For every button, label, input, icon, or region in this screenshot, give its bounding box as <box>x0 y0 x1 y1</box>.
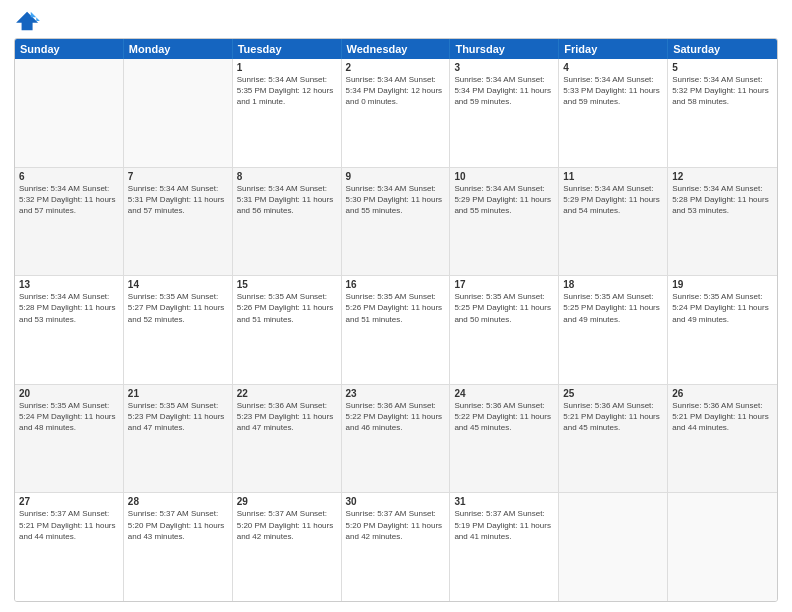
cell-info: Sunrise: 5:34 AM Sunset: 5:28 PM Dayligh… <box>672 183 773 217</box>
cell-date: 12 <box>672 171 773 182</box>
cell-info: Sunrise: 5:36 AM Sunset: 5:22 PM Dayligh… <box>346 400 446 434</box>
cell-info: Sunrise: 5:35 AM Sunset: 5:27 PM Dayligh… <box>128 291 228 325</box>
day-header-saturday: Saturday <box>668 39 777 59</box>
calendar-week-3: 13Sunrise: 5:34 AM Sunset: 5:28 PM Dayli… <box>15 276 777 385</box>
calendar-cell: 21Sunrise: 5:35 AM Sunset: 5:23 PM Dayli… <box>124 385 233 493</box>
svg-marker-0 <box>16 12 38 30</box>
calendar-cell: 11Sunrise: 5:34 AM Sunset: 5:29 PM Dayli… <box>559 168 668 276</box>
cell-date: 11 <box>563 171 663 182</box>
cell-date: 10 <box>454 171 554 182</box>
cell-date: 23 <box>346 388 446 399</box>
page: SundayMondayTuesdayWednesdayThursdayFrid… <box>0 0 792 612</box>
cell-info: Sunrise: 5:36 AM Sunset: 5:22 PM Dayligh… <box>454 400 554 434</box>
cell-date: 16 <box>346 279 446 290</box>
cell-date: 31 <box>454 496 554 507</box>
calendar-week-1: 1Sunrise: 5:34 AM Sunset: 5:35 PM Daylig… <box>15 59 777 168</box>
calendar-cell: 7Sunrise: 5:34 AM Sunset: 5:31 PM Daylig… <box>124 168 233 276</box>
cell-date: 8 <box>237 171 337 182</box>
calendar-cell: 25Sunrise: 5:36 AM Sunset: 5:21 PM Dayli… <box>559 385 668 493</box>
calendar-week-4: 20Sunrise: 5:35 AM Sunset: 5:24 PM Dayli… <box>15 385 777 494</box>
cell-date: 9 <box>346 171 446 182</box>
cell-info: Sunrise: 5:34 AM Sunset: 5:31 PM Dayligh… <box>128 183 228 217</box>
cell-date: 4 <box>563 62 663 73</box>
calendar-cell: 20Sunrise: 5:35 AM Sunset: 5:24 PM Dayli… <box>15 385 124 493</box>
cell-date: 27 <box>19 496 119 507</box>
cell-info: Sunrise: 5:36 AM Sunset: 5:23 PM Dayligh… <box>237 400 337 434</box>
cell-info: Sunrise: 5:37 AM Sunset: 5:20 PM Dayligh… <box>237 508 337 542</box>
cell-date: 7 <box>128 171 228 182</box>
day-header-monday: Monday <box>124 39 233 59</box>
calendar-cell: 1Sunrise: 5:34 AM Sunset: 5:35 PM Daylig… <box>233 59 342 167</box>
cell-date: 30 <box>346 496 446 507</box>
calendar-cell: 8Sunrise: 5:34 AM Sunset: 5:31 PM Daylig… <box>233 168 342 276</box>
cell-info: Sunrise: 5:34 AM Sunset: 5:29 PM Dayligh… <box>563 183 663 217</box>
cell-date: 24 <box>454 388 554 399</box>
cell-info: Sunrise: 5:34 AM Sunset: 5:30 PM Dayligh… <box>346 183 446 217</box>
cell-info: Sunrise: 5:35 AM Sunset: 5:24 PM Dayligh… <box>672 291 773 325</box>
calendar-cell: 13Sunrise: 5:34 AM Sunset: 5:28 PM Dayli… <box>15 276 124 384</box>
cell-info: Sunrise: 5:34 AM Sunset: 5:34 PM Dayligh… <box>454 74 554 108</box>
calendar-cell: 24Sunrise: 5:36 AM Sunset: 5:22 PM Dayli… <box>450 385 559 493</box>
cell-info: Sunrise: 5:34 AM Sunset: 5:35 PM Dayligh… <box>237 74 337 108</box>
calendar-cell: 31Sunrise: 5:37 AM Sunset: 5:19 PM Dayli… <box>450 493 559 601</box>
cell-info: Sunrise: 5:37 AM Sunset: 5:20 PM Dayligh… <box>128 508 228 542</box>
cell-date: 17 <box>454 279 554 290</box>
day-header-wednesday: Wednesday <box>342 39 451 59</box>
calendar-cell: 22Sunrise: 5:36 AM Sunset: 5:23 PM Dayli… <box>233 385 342 493</box>
calendar-cell: 5Sunrise: 5:34 AM Sunset: 5:32 PM Daylig… <box>668 59 777 167</box>
calendar-cell: 15Sunrise: 5:35 AM Sunset: 5:26 PM Dayli… <box>233 276 342 384</box>
cell-info: Sunrise: 5:34 AM Sunset: 5:32 PM Dayligh… <box>19 183 119 217</box>
calendar-cell: 9Sunrise: 5:34 AM Sunset: 5:30 PM Daylig… <box>342 168 451 276</box>
cell-info: Sunrise: 5:34 AM Sunset: 5:28 PM Dayligh… <box>19 291 119 325</box>
calendar-cell: 16Sunrise: 5:35 AM Sunset: 5:26 PM Dayli… <box>342 276 451 384</box>
calendar-cell: 17Sunrise: 5:35 AM Sunset: 5:25 PM Dayli… <box>450 276 559 384</box>
calendar-body: 1Sunrise: 5:34 AM Sunset: 5:35 PM Daylig… <box>15 59 777 601</box>
calendar-cell: 30Sunrise: 5:37 AM Sunset: 5:20 PM Dayli… <box>342 493 451 601</box>
day-header-sunday: Sunday <box>15 39 124 59</box>
cell-info: Sunrise: 5:37 AM Sunset: 5:21 PM Dayligh… <box>19 508 119 542</box>
cell-info: Sunrise: 5:35 AM Sunset: 5:24 PM Dayligh… <box>19 400 119 434</box>
logo-icon <box>14 10 42 32</box>
calendar-cell: 4Sunrise: 5:34 AM Sunset: 5:33 PM Daylig… <box>559 59 668 167</box>
cell-info: Sunrise: 5:37 AM Sunset: 5:20 PM Dayligh… <box>346 508 446 542</box>
cell-date: 22 <box>237 388 337 399</box>
cell-date: 14 <box>128 279 228 290</box>
cell-info: Sunrise: 5:34 AM Sunset: 5:33 PM Dayligh… <box>563 74 663 108</box>
cell-date: 28 <box>128 496 228 507</box>
calendar-cell: 29Sunrise: 5:37 AM Sunset: 5:20 PM Dayli… <box>233 493 342 601</box>
calendar-week-5: 27Sunrise: 5:37 AM Sunset: 5:21 PM Dayli… <box>15 493 777 601</box>
cell-date: 1 <box>237 62 337 73</box>
header <box>14 10 778 32</box>
cell-date: 29 <box>237 496 337 507</box>
calendar-cell: 10Sunrise: 5:34 AM Sunset: 5:29 PM Dayli… <box>450 168 559 276</box>
cell-info: Sunrise: 5:34 AM Sunset: 5:29 PM Dayligh… <box>454 183 554 217</box>
cell-info: Sunrise: 5:35 AM Sunset: 5:26 PM Dayligh… <box>237 291 337 325</box>
cell-date: 18 <box>563 279 663 290</box>
cell-date: 26 <box>672 388 773 399</box>
cell-date: 25 <box>563 388 663 399</box>
cell-info: Sunrise: 5:37 AM Sunset: 5:19 PM Dayligh… <box>454 508 554 542</box>
calendar-cell: 19Sunrise: 5:35 AM Sunset: 5:24 PM Dayli… <box>668 276 777 384</box>
cell-date: 2 <box>346 62 446 73</box>
calendar-cell <box>559 493 668 601</box>
cell-info: Sunrise: 5:36 AM Sunset: 5:21 PM Dayligh… <box>672 400 773 434</box>
calendar-cell: 23Sunrise: 5:36 AM Sunset: 5:22 PM Dayli… <box>342 385 451 493</box>
day-header-thursday: Thursday <box>450 39 559 59</box>
cell-info: Sunrise: 5:35 AM Sunset: 5:23 PM Dayligh… <box>128 400 228 434</box>
cell-date: 3 <box>454 62 554 73</box>
cell-info: Sunrise: 5:34 AM Sunset: 5:31 PM Dayligh… <box>237 183 337 217</box>
calendar-cell: 12Sunrise: 5:34 AM Sunset: 5:28 PM Dayli… <box>668 168 777 276</box>
calendar-cell: 26Sunrise: 5:36 AM Sunset: 5:21 PM Dayli… <box>668 385 777 493</box>
cell-date: 20 <box>19 388 119 399</box>
calendar-cell: 2Sunrise: 5:34 AM Sunset: 5:34 PM Daylig… <box>342 59 451 167</box>
day-header-friday: Friday <box>559 39 668 59</box>
calendar-cell <box>15 59 124 167</box>
calendar-header: SundayMondayTuesdayWednesdayThursdayFrid… <box>15 39 777 59</box>
cell-date: 13 <box>19 279 119 290</box>
day-header-tuesday: Tuesday <box>233 39 342 59</box>
cell-date: 21 <box>128 388 228 399</box>
cell-info: Sunrise: 5:35 AM Sunset: 5:25 PM Dayligh… <box>563 291 663 325</box>
calendar-cell: 6Sunrise: 5:34 AM Sunset: 5:32 PM Daylig… <box>15 168 124 276</box>
calendar-week-2: 6Sunrise: 5:34 AM Sunset: 5:32 PM Daylig… <box>15 168 777 277</box>
calendar-cell: 27Sunrise: 5:37 AM Sunset: 5:21 PM Dayli… <box>15 493 124 601</box>
